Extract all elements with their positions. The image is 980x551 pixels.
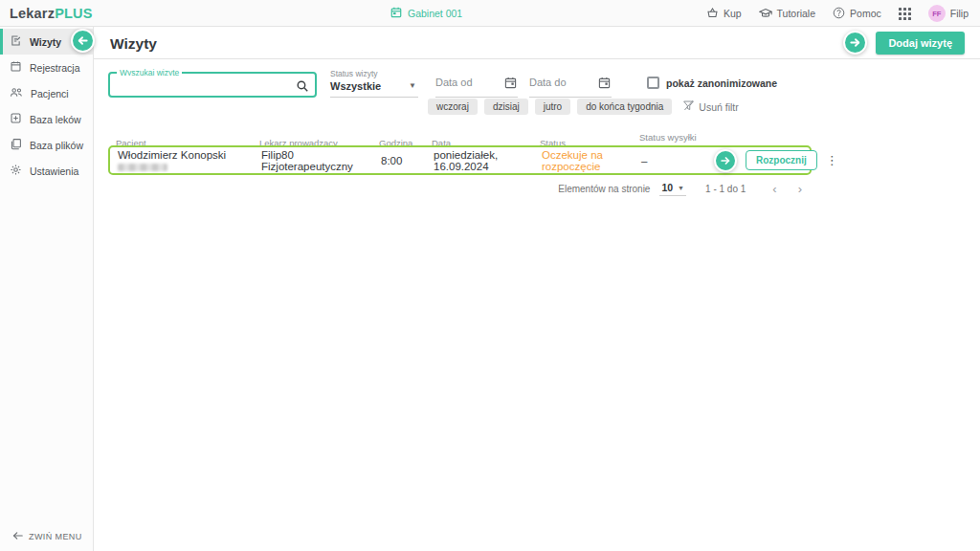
status-select-value: Wszystkie xyxy=(330,80,418,92)
help-label: Pomoc xyxy=(850,8,881,19)
tutorials-label: Tutoriale xyxy=(777,8,815,19)
next-page-icon[interactable]: › xyxy=(798,182,802,196)
cell-zm-status: – xyxy=(634,155,706,166)
redacted-text xyxy=(118,164,167,171)
sidebar-item-label: Ustawienia xyxy=(30,165,78,177)
registration-icon xyxy=(10,60,22,75)
patient-name: Włodzimierz Konopski xyxy=(118,150,254,161)
cell-patient: Włodzimierz Konopski xyxy=(110,150,254,171)
show-anonymized-option: pokaż zanonimizowane xyxy=(647,77,777,89)
calendar-icon xyxy=(390,7,402,20)
cabinet-label: Gabinet 001 xyxy=(408,8,462,19)
buy-button[interactable]: Kup xyxy=(706,7,742,21)
chip-today[interactable]: dzisiaj xyxy=(484,99,528,115)
arrow-right-icon xyxy=(720,155,731,166)
filter-remove-icon xyxy=(682,99,695,114)
avatar: FF xyxy=(928,5,946,22)
cabinet-selector[interactable]: Gabinet 001 xyxy=(390,0,462,27)
chip-yesterday[interactable]: wczoraj xyxy=(428,99,478,115)
arrow-left-icon xyxy=(77,34,89,47)
chevron-down-icon: ▼ xyxy=(409,81,416,90)
sidebar-item-label: Pacjenci xyxy=(31,88,69,99)
chevron-down-icon: ▼ xyxy=(678,185,684,191)
hint-arrow-left-circle[interactable] xyxy=(71,29,95,53)
search-input[interactable] xyxy=(116,76,288,94)
date-to-field[interactable] xyxy=(529,73,612,98)
per-page-label: Elementów na stronie xyxy=(558,184,650,194)
sidebar-item-ustawienia[interactable]: Ustawienia xyxy=(0,158,93,184)
search-visit-field[interactable]: Wyszukaj wizytę xyxy=(108,72,317,98)
pagination: Elementów na stronie 10 ▼ 1 - 1 do 1 ‹ › xyxy=(558,182,802,196)
sidebar-item-pacjenci[interactable]: Pacjenci xyxy=(0,80,93,106)
kebab-menu-icon[interactable]: ⋮ xyxy=(826,155,838,166)
basket-icon xyxy=(706,7,719,21)
search-icon[interactable] xyxy=(296,79,309,97)
clear-filter-label: Usuń filtr xyxy=(699,101,738,113)
gear-icon xyxy=(10,164,22,178)
patients-icon xyxy=(10,86,23,100)
row-actions: Rozpocznij ⋮ xyxy=(706,149,844,172)
hint-arrow-right-circle[interactable] xyxy=(714,149,737,172)
user-menu[interactable]: FF Filip xyxy=(928,5,969,22)
calendar-icon[interactable] xyxy=(504,76,517,93)
logo-text-accent: PLUS xyxy=(55,6,92,21)
sidebar-item-label: Wizyty xyxy=(30,36,61,48)
add-visit-button[interactable]: Dodaj wizytę xyxy=(876,32,965,55)
page-header: Wizyty Dodaj wizytę xyxy=(94,27,980,59)
files-db-icon xyxy=(10,138,22,152)
chip-tomorrow[interactable]: jutro xyxy=(535,99,570,115)
visits-icon xyxy=(10,34,22,49)
date-from-input[interactable] xyxy=(435,74,497,88)
per-page-value: 10 xyxy=(661,182,673,193)
sidebar-item-baza-plikow[interactable]: Baza plików xyxy=(0,132,93,158)
hint-arrow-right-circle[interactable] xyxy=(843,31,867,55)
quick-date-filters: wczoraj dzisiaj jutro do końca tygodnia … xyxy=(428,99,739,115)
cell-status: Oczekuje na rozpoczęcie xyxy=(534,149,634,172)
arrow-right-icon xyxy=(849,36,861,49)
medicine-db-icon xyxy=(10,112,22,126)
question-circle-icon xyxy=(833,7,845,21)
arrow-left-icon xyxy=(12,531,23,542)
collapse-menu-button[interactable]: ZWIŃ MENU xyxy=(12,531,82,542)
page-range: 1 - 1 do 1 xyxy=(705,184,746,194)
anonymized-label: pokaż zanonimizowane xyxy=(666,77,777,89)
help-button[interactable]: Pomoc xyxy=(833,7,881,21)
topbar: LekarzPLUS Gabinet 001 Kup xyxy=(0,0,980,27)
anonymized-checkbox[interactable] xyxy=(647,77,659,89)
sidebar: Wizyty Rejestracja Pacjenci xyxy=(0,27,94,551)
collapse-menu-label: ZWIŃ MENU xyxy=(29,532,82,541)
table-row[interactable]: Włodzimierz Konopski Filip80 Fizjoterape… xyxy=(108,145,812,175)
buy-label: Kup xyxy=(724,8,742,19)
chip-end-of-week[interactable]: do końca tygodnia xyxy=(577,99,672,115)
user-name: Filip xyxy=(950,8,969,19)
calendar-icon[interactable] xyxy=(598,76,611,93)
sidebar-item-label: Rejestracja xyxy=(30,62,80,74)
app-logo: LekarzPLUS xyxy=(10,0,93,27)
sidebar-item-baza-lekow[interactable]: Baza leków xyxy=(0,106,93,132)
apps-grid-icon[interactable] xyxy=(899,8,911,20)
logo-text-primary: Lekarz xyxy=(10,6,55,21)
graduation-cap-icon xyxy=(759,7,772,21)
cell-date: poniedziałek, 16.09.2024 xyxy=(426,149,534,172)
date-to-input[interactable] xyxy=(529,74,590,88)
sidebar-item-label: Baza leków xyxy=(30,114,81,125)
cell-doctor: Filip80 Fizjoterapeutyczny xyxy=(254,149,373,172)
clear-filter-button[interactable]: Usuń filtr xyxy=(682,99,738,114)
sidebar-item-rejestracja[interactable]: Rejestracja xyxy=(0,55,93,80)
date-from-field[interactable] xyxy=(435,73,518,98)
main-content: Wizyty Dodaj wizytę Wyszukaj wizytę Stat… xyxy=(94,27,980,551)
start-visit-button[interactable]: Rozpocznij xyxy=(746,150,817,170)
sidebar-item-label: Baza plików xyxy=(30,140,83,151)
status-select[interactable]: Status wizyty Wszystkie ▼ xyxy=(330,69,418,98)
prev-page-icon[interactable]: ‹ xyxy=(772,182,776,196)
tutorials-button[interactable]: Tutoriale xyxy=(759,7,815,21)
status-select-label: Status wizyty xyxy=(330,69,418,78)
page-title: Wizyty xyxy=(110,35,157,53)
cell-time: 8:00 xyxy=(373,155,426,166)
per-page-select[interactable]: 10 ▼ xyxy=(659,182,686,196)
